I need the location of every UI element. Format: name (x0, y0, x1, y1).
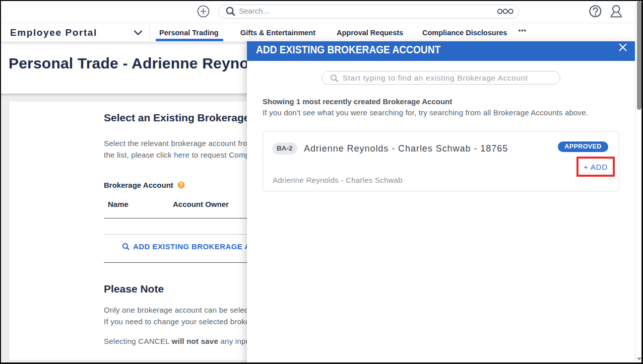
svg-text:?: ? (179, 182, 182, 188)
